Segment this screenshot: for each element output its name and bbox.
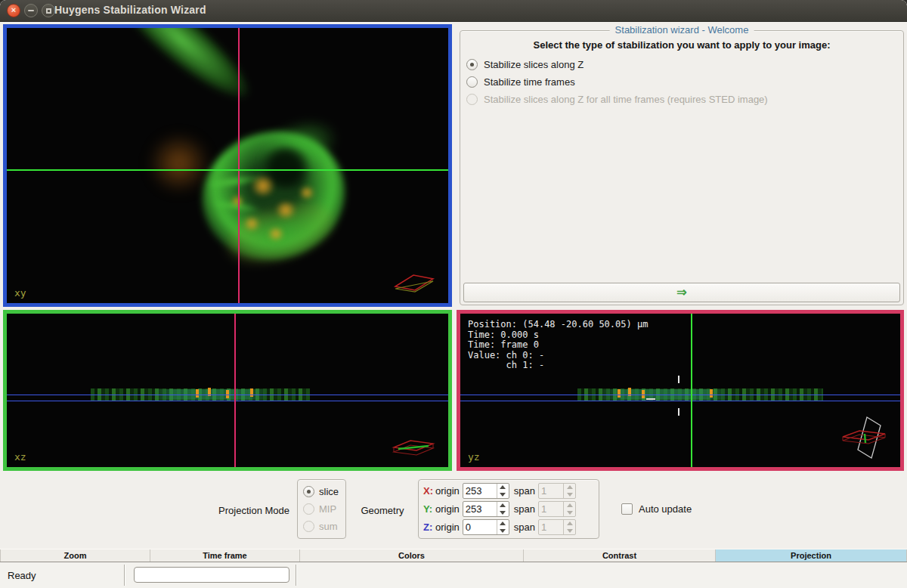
spin-down-button [564,491,575,499]
wizard-group-title: Stabilization wizard - Welcome [610,24,754,36]
spin-down-button[interactable] [497,491,509,499]
projection-mode-label: Projection Mode [214,505,289,516]
title-bar[interactable]: × Huygens Stabilization Wizard [0,0,907,22]
spin-down-icon [567,511,573,515]
viewport-label-yz: yz [468,451,480,463]
window-title: Huygens Stabilization Wizard [54,4,206,16]
close-icon: × [11,6,16,14]
y-span-input [539,502,563,516]
cursor-tick [678,408,679,416]
close-button[interactable]: × [7,4,20,17]
checkbox-icon[interactable] [621,503,633,515]
app-window: × Huygens Stabilization Wizard [0,0,907,588]
z-origin-spinbox[interactable] [463,519,509,535]
geometry-row-x: X: origin span [423,483,594,499]
readout-value-ch0: Value: ch 0: - [468,351,648,361]
radio-stabilize-slices-all-frames: Stabilize slices along Z for all time fr… [466,94,903,105]
view-settings-tabbar: Zoom Time frame Colors Contrast Projecti… [0,549,907,563]
spin-up-button [564,484,575,491]
spin-up-icon [567,503,573,507]
tab-projection[interactable]: Projection [716,549,907,562]
command-input[interactable] [134,567,289,583]
tab-colors[interactable]: Colors [300,549,524,562]
spin-down-button[interactable] [497,509,509,517]
radio-stabilize-time-frames[interactable]: Stabilize time frames [466,76,903,88]
radio-slice[interactable]: slice [303,486,345,497]
spin-up-button[interactable] [497,484,509,491]
spin-down-icon [500,529,506,533]
viewport-xz-canvas[interactable]: xz [7,314,448,467]
radio-label: Stabilize slices along Z for all time fr… [484,94,768,105]
span-label: span [514,485,535,497]
axis-y-label: Y: [423,503,435,515]
viewport-label-xy: xy [14,287,26,299]
tab-contrast[interactable]: Contrast [524,549,716,562]
status-bar: Ready [0,562,907,588]
x-origin-spinbox[interactable] [463,483,509,499]
viewport-label-xz: xz [14,451,26,463]
viewport-xz[interactable]: xz [3,310,452,471]
position-readout: Position: (54.48 -20.60 50.05) µm Time: … [468,320,648,371]
y-origin-spinbox[interactable] [463,501,509,517]
viewport-yz[interactable]: Position: (54.48 -20.60 50.05) µm Time: … [457,310,904,471]
auto-update-checkbox-row[interactable]: Auto update [621,503,692,515]
spin-up-button [564,502,575,509]
y-origin-input[interactable] [463,502,497,516]
radio-icon[interactable] [466,59,478,70]
origin-label: origin [435,503,460,515]
readout-time-seconds: Time: 0.000 s [468,330,648,341]
viewport-xy[interactable]: xy [3,24,452,307]
geometry-label: Geometry [355,505,410,516]
radio-stabilize-slices-z[interactable]: Stabilize slices along Z [466,59,903,70]
spin-down-button[interactable] [497,528,509,535]
spin-up-button[interactable] [497,520,509,528]
viewport-yz-canvas[interactable]: Position: (54.48 -20.60 50.05) µm Time: … [460,314,900,467]
radio-sum: sum [303,521,345,532]
radio-label: sum [319,521,338,532]
geometry-group: X: origin span Y: origin [418,479,599,539]
maximize-button[interactable] [42,4,55,17]
axis-z-label: Z: [423,521,435,533]
status-message: Ready [8,570,36,581]
x-origin-input[interactable] [463,484,497,498]
z-origin-input[interactable] [463,520,497,534]
crosshair-horizontal-xy[interactable] [7,169,448,171]
tab-zoom[interactable]: Zoom [0,549,150,562]
slice-bound-line [7,401,448,401]
spin-up-icon [500,503,506,507]
radio-icon[interactable] [466,76,478,88]
slice-bound-line [460,401,900,401]
radio-icon[interactable] [303,486,314,497]
status-separator [124,565,125,586]
minimize-icon [28,10,34,11]
next-arrow-icon: ⇒ [676,286,686,299]
y-span-spinbox [538,501,576,517]
spin-down-icon [500,511,506,515]
wizard-prompt: Select the type of stabilization you wan… [468,39,896,51]
crosshair-vertical-xy[interactable] [238,28,240,303]
crosshair-vertical-yz[interactable] [691,314,692,467]
spin-up-button [564,520,575,528]
x-span-input [539,484,563,498]
slice-bound-line [460,395,900,395]
orientation-plane-icon-xy [389,270,438,296]
minimize-button[interactable] [24,4,38,17]
orientation-slab-icon-xz [389,435,438,460]
readout-position: Position: (54.48 -20.60 50.05) µm [468,320,648,330]
viewport-xy-canvas[interactable]: xy [7,28,448,303]
stabilization-wizard-group: Stabilization wizard - Welcome Select th… [460,30,904,305]
z-span-spinbox [538,519,576,535]
spin-up-button[interactable] [497,502,509,509]
crosshair-vertical-xz[interactable] [234,314,236,467]
radio-label: Stabilize slices along Z [484,59,584,70]
spin-up-icon [500,521,506,525]
x-span-spinbox [538,483,576,499]
tab-time-frame[interactable]: Time frame [150,549,300,562]
readout-time-frame: Time: frame 0 [468,340,648,351]
orientation-plane-icon-yz [840,416,890,460]
radio-label: slice [319,486,339,497]
spin-up-icon [500,485,506,489]
wizard-next-button[interactable]: ⇒ [463,283,900,302]
maximize-icon [46,8,51,14]
projection-mode-group: slice MIP sum [297,479,346,539]
